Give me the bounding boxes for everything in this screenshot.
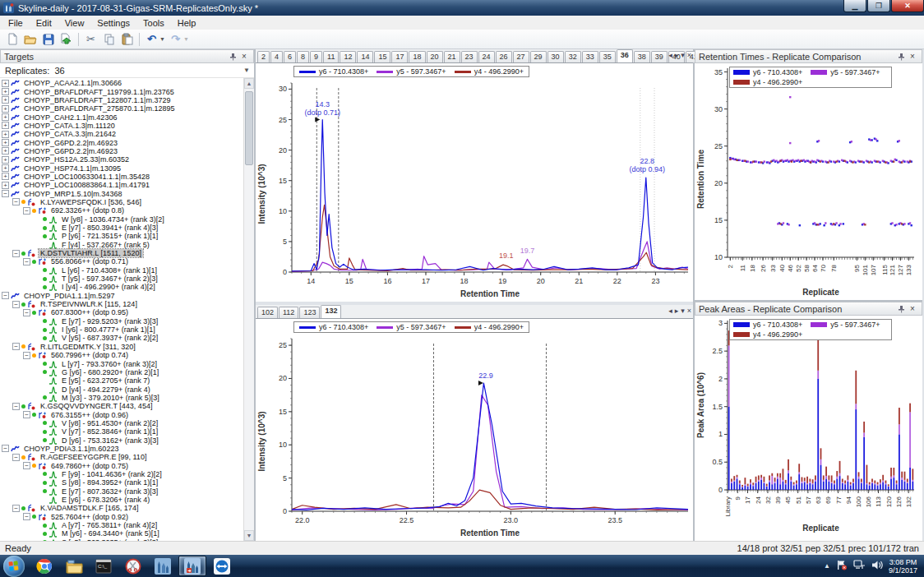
collapse-icon[interactable]: − bbox=[23, 352, 30, 359]
collapse-icon[interactable]: − bbox=[2, 190, 9, 197]
tree-item-tran[interactable]: V [y5] - 687.3937+ (rank 2)[2] bbox=[0, 334, 243, 342]
undo-button[interactable]: ↶ bbox=[143, 31, 160, 48]
replicate-tab-33[interactable]: 33 bbox=[582, 51, 598, 62]
expand-icon[interactable]: + bbox=[2, 88, 9, 95]
close-panel-icon[interactable]: × bbox=[907, 51, 918, 62]
replicate-tab-24[interactable]: 24 bbox=[478, 51, 495, 62]
collapse-icon[interactable]: − bbox=[2, 292, 9, 299]
volume-icon[interactable] bbox=[871, 560, 883, 572]
chromatogram-top-chart[interactable]: 14151617181920212223051015202530Intensit… bbox=[256, 63, 693, 300]
menu-view[interactable]: View bbox=[58, 17, 91, 29]
scroll-tabs-right-icon[interactable]: ▸ bbox=[675, 51, 679, 59]
paste-button[interactable] bbox=[118, 31, 136, 48]
close-tab-icon[interactable]: × bbox=[687, 307, 691, 315]
collapse-icon[interactable]: − bbox=[23, 258, 30, 265]
tab-list-dropdown-icon[interactable]: ▾ bbox=[681, 51, 685, 59]
import-results-button[interactable] bbox=[58, 31, 75, 48]
replicate-tab-39[interactable]: 39 bbox=[651, 51, 668, 62]
replicate-tab-6[interactable]: 6 bbox=[284, 51, 296, 62]
close-panel-icon[interactable]: × bbox=[907, 303, 918, 314]
tree-item-prec[interactable]: −556.8066++ (dotp 0.71) bbox=[0, 257, 243, 265]
collapse-icon[interactable]: − bbox=[23, 207, 30, 215]
replicate-tab-112[interactable]: 112 bbox=[279, 307, 298, 318]
network-icon[interactable] bbox=[853, 560, 866, 572]
expand-icon[interactable]: + bbox=[2, 182, 9, 189]
tree-item-tran[interactable]: E [y7] - 807.3632+ (rank 3)[3] bbox=[0, 487, 243, 496]
tree-item-tran[interactable]: L [y6] - 710.4308+ (rank 1)[1] bbox=[0, 266, 243, 275]
targets-scrollbar[interactable]: ▲ ▼ bbox=[243, 78, 254, 541]
taskbar-skyline[interactable] bbox=[149, 556, 177, 576]
tree-item-prot[interactable]: +CHOYP_BRAFLDRAFT_275870.1.1|m.12895 bbox=[0, 104, 243, 113]
replicate-tab-32[interactable]: 32 bbox=[565, 51, 581, 62]
replicate-tab-14[interactable]: 14 bbox=[357, 51, 373, 62]
redo-button[interactable]: ↷ bbox=[167, 31, 184, 48]
expand-icon[interactable]: + bbox=[2, 131, 9, 138]
tree-item-prec[interactable]: −676.3155++ (dotp 0.96) bbox=[0, 410, 243, 418]
taskbar-file-explorer[interactable] bbox=[60, 556, 88, 576]
replicate-tab-38[interactable]: 38 bbox=[634, 51, 650, 62]
tree-item-prot[interactable]: +CHOYP_LOC100633041.1.1|m.35428 bbox=[0, 173, 243, 181]
tree-item-prec[interactable]: −607.8300++ (dotp 0.95) bbox=[0, 308, 243, 316]
replicate-tab-2[interactable]: 2 bbox=[257, 51, 270, 62]
replicate-tab-35[interactable]: 35 bbox=[599, 51, 616, 62]
chromatogram-bottom-chart[interactable]: 22.022.523.023.50510152025Intensity (10^… bbox=[256, 319, 693, 539]
tree-item-tran[interactable]: T [y5] - 597.3467+ (rank 2)[3] bbox=[0, 275, 243, 283]
tree-item-prec[interactable]: −525.7604++ (dotp 0.92) bbox=[0, 513, 243, 521]
collapse-icon[interactable]: − bbox=[12, 454, 20, 461]
action-center-flag-icon[interactable] bbox=[836, 560, 848, 572]
scroll-tabs-right-icon[interactable]: ▸ bbox=[675, 307, 679, 315]
expand-icon[interactable]: + bbox=[2, 164, 9, 172]
replicate-tab-18[interactable]: 18 bbox=[409, 51, 425, 62]
replicate-tab-9[interactable]: 9 bbox=[310, 51, 322, 62]
tree-item-tran[interactable]: D [y6] - 753.3162+ (rank 3)[3] bbox=[0, 436, 243, 444]
tree-item-prot[interactable]: +CHOYP_HSP74.1.1|m.13095 bbox=[0, 164, 243, 172]
menu-settings[interactable]: Settings bbox=[90, 17, 136, 29]
scroll-tabs-left-icon[interactable]: ◂ bbox=[668, 51, 672, 59]
replicate-tab-11[interactable]: 11 bbox=[323, 51, 339, 62]
tree-item-prot[interactable]: +CHOYP_LOC100883864.1.1|m.41791 bbox=[0, 181, 243, 189]
tree-item-tran[interactable]: E [y7] - 850.3941+ (rank 4)[3] bbox=[0, 224, 243, 232]
expand-icon[interactable]: + bbox=[2, 105, 9, 113]
taskbar-teamviewer[interactable] bbox=[208, 556, 236, 576]
replicate-tab-27[interactable]: 27 bbox=[513, 51, 529, 62]
tree-item-tran[interactable]: L [y7] - 793.3760+ (rank 3)[2] bbox=[0, 359, 243, 367]
taskbar-chrome[interactable] bbox=[30, 556, 58, 576]
tree-item-tran[interactable]: I [y4] - 496.2990+ (rank 4)[2] bbox=[0, 283, 243, 291]
tree-item-prot[interactable]: +CHOYP_HS12A.25.33|m.60352 bbox=[0, 155, 243, 164]
tray-expand-icon[interactable]: ▲ bbox=[824, 562, 830, 570]
collapse-icon[interactable]: − bbox=[12, 250, 20, 257]
tree-item-tran[interactable]: V [y8] - 951.4530+ (rank 2)[2] bbox=[0, 419, 243, 427]
collapse-icon[interactable]: − bbox=[23, 513, 30, 520]
menu-help[interactable]: Help bbox=[171, 17, 203, 29]
tree-item-prec[interactable]: −649.7860++ (dotp 0.75) bbox=[0, 461, 243, 469]
tab-list-dropdown-icon[interactable]: ▾ bbox=[681, 307, 685, 315]
replicate-tab-12[interactable]: 12 bbox=[340, 51, 356, 62]
replicate-tab-4[interactable]: 4 bbox=[270, 51, 283, 62]
tree-item-tran[interactable]: E [y6] - 678.3206+ (rank 4) bbox=[0, 496, 243, 504]
tree-item-tran[interactable]: I [y6] - 800.4777+ (rank 1)[1] bbox=[0, 325, 243, 334]
pin-icon[interactable] bbox=[895, 51, 907, 62]
replicate-tab-8[interactable]: 8 bbox=[297, 51, 309, 62]
replicate-tab-21[interactable]: 21 bbox=[444, 51, 460, 62]
replicate-tab-20[interactable]: 20 bbox=[427, 51, 443, 62]
scroll-down-arrow[interactable]: ▼ bbox=[244, 530, 254, 541]
replicate-tab-26[interactable]: 26 bbox=[496, 51, 512, 62]
tree-item-tran[interactable]: D [y4] - 494.2279+ (rank 4) bbox=[0, 385, 243, 393]
redo-dropdown-arrow[interactable]: ▼ bbox=[183, 36, 190, 42]
cut-button[interactable]: ✂ bbox=[82, 31, 99, 48]
tree-item-prot[interactable]: +CHOYP_G6PD.2.2|m.46923 bbox=[0, 147, 243, 155]
peak-areas-chart[interactable]: 00.511.522.53Peak Area (10^6)ReplicateLi… bbox=[695, 316, 921, 534]
tree-item-tran[interactable]: E [y7] - 929.5203+ (rank 3)[3] bbox=[0, 317, 243, 325]
collapse-icon[interactable]: − bbox=[23, 411, 30, 418]
replicate-tab-29[interactable]: 29 bbox=[530, 51, 547, 62]
collapse-icon[interactable]: − bbox=[12, 343, 20, 350]
tree-item-tran[interactable]: M [y6] - 694.3440+ (rank 5)[1] bbox=[0, 529, 243, 538]
replicate-tab-15[interactable]: 15 bbox=[374, 51, 390, 62]
tree-item-tran[interactable]: A [y7] - 765.3811+ (rank 4)[2] bbox=[0, 521, 243, 529]
expand-icon[interactable]: + bbox=[2, 139, 9, 146]
menu-file[interactable]: File bbox=[2, 17, 30, 29]
tree-item-pep[interactable]: −K.VADAMSTDLK.F [165, 174] bbox=[0, 504, 243, 512]
taskbar-skyline-daily[interactable] bbox=[178, 556, 206, 576]
menu-tools[interactable]: Tools bbox=[136, 17, 171, 29]
tree-item-tran[interactable]: F [y4] - 537.2667+ (rank 5) bbox=[0, 241, 243, 249]
